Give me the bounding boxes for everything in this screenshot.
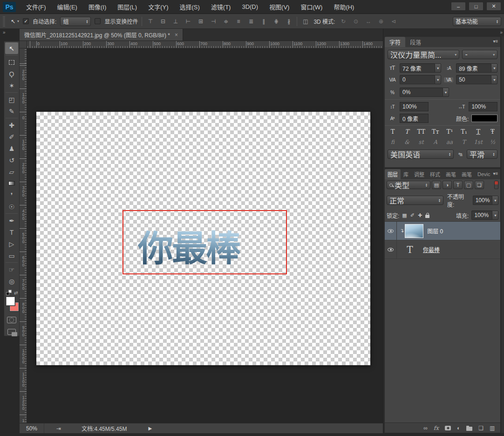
- rectangular-marquee-tool[interactable]: [4, 56, 19, 68]
- superscript-button[interactable]: T¹: [446, 128, 454, 135]
- chevron-down-icon[interactable]: ▼: [435, 63, 441, 73]
- align-top-edges-icon[interactable]: ⊤: [146, 17, 155, 25]
- close-button[interactable]: ✕: [486, 2, 501, 11]
- eraser-tool[interactable]: ▱: [4, 166, 19, 177]
- tool-preset-picker[interactable]: ↖ ▾: [11, 18, 19, 25]
- layer-name[interactable]: 图层 0: [427, 227, 443, 235]
- lock-transparency-icon[interactable]: ▦: [402, 212, 407, 218]
- tab-styles[interactable]: 样式: [427, 169, 443, 179]
- magic-wand-tool[interactable]: ✶: [4, 80, 19, 91]
- history-brush-tool[interactable]: ↺: [4, 154, 19, 166]
- tab-device[interactable]: Devic: [475, 169, 493, 179]
- canvas-viewport[interactable]: 你最棒: [27, 48, 383, 423]
- tracking-field[interactable]: 50▼: [456, 75, 497, 84]
- vertical-ruler[interactable]: 200 100 0 100 200 300 400 500 600 700 80…: [20, 48, 27, 423]
- panel-menu-icon[interactable]: ▾≡: [493, 169, 501, 179]
- auto-select-checkbox[interactable]: ✓: [23, 18, 29, 24]
- lasso-tool[interactable]: Ϙ: [4, 68, 19, 80]
- document-tab[interactable]: 微信图片_20181225142921.jpg @ 50% (图层 0, RGB…: [20, 29, 183, 41]
- menu-edit[interactable]: 编辑(E): [52, 0, 83, 14]
- tab-layers[interactable]: 图层: [385, 169, 401, 179]
- opacity-field[interactable]: 100%▼: [473, 196, 499, 205]
- 3d-pan-icon[interactable]: ↔: [364, 17, 373, 25]
- filter-on-off-toggle[interactable]: [494, 181, 498, 189]
- fill-field[interactable]: 100%▼: [471, 211, 498, 220]
- align-vertical-centers-icon[interactable]: ⊟: [158, 17, 167, 25]
- 3d-slide-icon[interactable]: ⊕: [376, 17, 385, 25]
- horizontal-scale-field[interactable]: 100%: [469, 102, 497, 111]
- chevron-down-icon[interactable]: ▼: [443, 88, 449, 97]
- filter-adjustment-layers-icon[interactable]: ◑: [443, 181, 452, 189]
- pen-tool[interactable]: ✒: [4, 215, 19, 226]
- ornaments-button[interactable]: &: [403, 139, 411, 145]
- chevron-down-icon[interactable]: ▼: [435, 75, 441, 84]
- filter-smart-objects-icon[interactable]: ❏: [475, 181, 484, 189]
- ruler-origin-box[interactable]: [20, 41, 27, 48]
- collapse-panels-button[interactable]: »: [383, 29, 504, 36]
- text-layer-thumbnail[interactable]: T: [401, 244, 419, 255]
- blur-tool[interactable]: ❜: [4, 189, 19, 201]
- leading-field[interactable]: 89 像素▼: [456, 63, 497, 73]
- menu-layer[interactable]: 图层(L): [112, 0, 143, 14]
- align-horizontal-centers-icon[interactable]: ⊞: [196, 17, 205, 25]
- chevron-down-icon[interactable]: ▼: [491, 63, 497, 73]
- font-style-dropdown[interactable]: - ▾: [462, 50, 497, 59]
- 3d-rotate-icon[interactable]: ↻: [339, 17, 347, 25]
- type-tool[interactable]: T: [4, 226, 19, 238]
- layer-row-image[interactable]: ↴ 图层 0: [385, 222, 500, 240]
- auto-select-dropdown[interactable]: 组 ▲▼: [60, 17, 91, 26]
- zoom-level-field[interactable]: 50%: [20, 423, 44, 433]
- spot-healing-brush-tool[interactable]: ✚: [4, 119, 19, 131]
- add-layer-mask-icon[interactable]: [445, 426, 451, 430]
- workspace-switcher[interactable]: 基本功能 ▲▼: [453, 17, 501, 26]
- show-transform-checkbox[interactable]: [95, 18, 101, 24]
- 3d-roll-icon[interactable]: ⊙: [351, 17, 360, 25]
- horizontal-ruler[interactable]: 0 100 200 300 400 500 600 700 800 900 10…: [27, 41, 383, 48]
- tab-brushes[interactable]: 画笔: [443, 169, 459, 179]
- proportional-spacing-field[interactable]: 0%▼: [400, 88, 449, 97]
- chevron-down-icon[interactable]: ▼: [492, 211, 498, 220]
- subscript-button[interactable]: T₁: [460, 128, 468, 135]
- brush-tool[interactable]: ✐: [4, 131, 19, 143]
- text-color-swatch[interactable]: [471, 115, 497, 122]
- align-left-edges-icon[interactable]: ⊢: [184, 17, 192, 25]
- layer-name[interactable]: 你最棒: [423, 245, 440, 253]
- foreground-color-swatch[interactable]: [6, 297, 15, 306]
- underline-button[interactable]: T: [474, 128, 483, 135]
- blend-mode-dropdown[interactable]: 正常 ▲▼: [387, 196, 443, 205]
- adjustment-layer-icon[interactable]: ◐: [457, 425, 460, 431]
- swash-button[interactable]: A: [431, 139, 440, 145]
- filter-type-layers-icon[interactable]: T: [453, 181, 463, 189]
- visibility-toggle[interactable]: [385, 222, 397, 240]
- panel-menu-icon[interactable]: ▾≡: [493, 37, 501, 47]
- menu-help[interactable]: 帮助(H): [328, 0, 360, 14]
- distribute-right-edges-icon[interactable]: ∦: [284, 17, 293, 25]
- lock-all-icon[interactable]: [425, 215, 429, 218]
- align-bottom-edges-icon[interactable]: ⊥: [171, 17, 180, 25]
- chevron-down-icon[interactable]: ▼: [491, 75, 497, 84]
- anti-alias-dropdown[interactable]: 平滑 ▲▼: [467, 150, 497, 159]
- faux-bold-button[interactable]: T: [388, 128, 397, 135]
- new-layer-icon[interactable]: ❑: [478, 425, 484, 431]
- link-layers-icon[interactable]: ∞: [423, 425, 428, 431]
- baseline-shift-field[interactable]: 0 像素: [400, 114, 429, 123]
- strikethrough-button[interactable]: Ŧ: [488, 128, 497, 135]
- collapse-toolbar-button[interactable]: »: [0, 29, 20, 36]
- default-colors-icon[interactable]: [6, 290, 12, 295]
- move-tool[interactable]: ↖: [5, 42, 18, 54]
- fractions-button[interactable]: ½: [488, 139, 497, 145]
- menu-type[interactable]: 文字(Y): [143, 0, 174, 14]
- faux-italic-button[interactable]: T: [403, 128, 411, 135]
- filter-pixel-layers-icon[interactable]: ▤: [432, 181, 441, 189]
- stylistic-alternates-button[interactable]: aa: [445, 139, 454, 145]
- distribute-bottom-edges-icon[interactable]: ≣: [246, 17, 255, 25]
- dock-edge[interactable]: [501, 36, 504, 433]
- dodge-tool[interactable]: ☉: [4, 201, 19, 212]
- language-dropdown[interactable]: 美国英语 ▲▼: [388, 150, 454, 159]
- distribute-left-edges-icon[interactable]: ∥: [259, 17, 268, 25]
- distribute-vertical-centers-icon[interactable]: ≡: [234, 17, 243, 25]
- small-caps-button[interactable]: Tᴛ: [431, 128, 440, 135]
- visibility-toggle[interactable]: [385, 240, 397, 259]
- tab-adjustments[interactable]: 调整: [411, 169, 427, 179]
- menu-window[interactable]: 窗口(W): [295, 0, 328, 14]
